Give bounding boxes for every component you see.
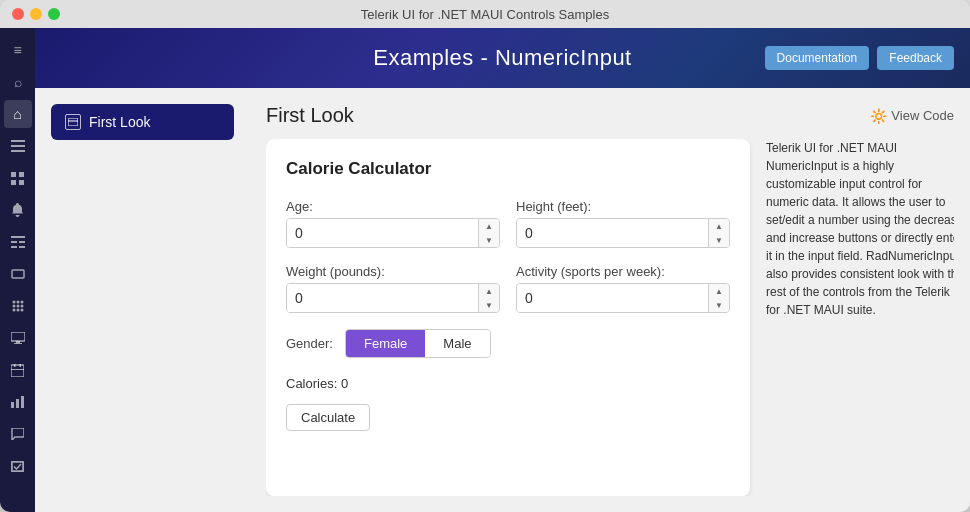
svg-rect-27 <box>20 364 22 367</box>
gender-female-button[interactable]: Female <box>346 330 425 357</box>
weight-input-wrapper: ▲ ▼ <box>286 283 500 313</box>
nav-rect-icon[interactable] <box>4 260 32 288</box>
window-title: Telerik UI for .NET MAUI Controls Sample… <box>361 7 609 22</box>
height-spinner: ▲ ▼ <box>708 219 729 247</box>
gender-row: Gender: Female Male <box>286 329 730 358</box>
svg-rect-23 <box>16 341 20 343</box>
view-code-button[interactable]: 🔆 View Code <box>870 108 954 124</box>
height-field: Height (feet): ▲ ▼ <box>516 199 730 248</box>
svg-rect-26 <box>14 364 16 367</box>
maximize-button[interactable] <box>48 8 60 20</box>
svg-point-21 <box>20 309 23 312</box>
close-button[interactable] <box>12 8 24 20</box>
nav-search-icon[interactable]: ⌕ <box>4 68 32 96</box>
svg-rect-4 <box>19 172 24 177</box>
age-spinner: ▲ ▼ <box>478 219 499 247</box>
nav-dots-icon[interactable] <box>4 292 32 320</box>
svg-rect-31 <box>21 396 24 408</box>
nav-menu-icon[interactable]: ≡ <box>4 36 32 64</box>
description-text: Telerik UI for .NET MAUI NumericInput is… <box>766 141 954 317</box>
age-input[interactable] <box>287 219 478 247</box>
nav-grid-icon[interactable] <box>4 164 32 192</box>
svg-point-13 <box>12 301 15 304</box>
svg-rect-7 <box>11 236 25 238</box>
svg-point-16 <box>12 305 15 308</box>
svg-point-15 <box>20 301 23 304</box>
weight-spinner: ▲ ▼ <box>478 284 499 312</box>
svg-rect-0 <box>11 140 25 142</box>
svg-point-17 <box>16 305 19 308</box>
card-area: Calorie Calculator Age: ▲ ▼ <box>266 139 954 496</box>
main-content: First Look 🔆 View Code Calorie Calculato… <box>250 88 970 512</box>
activity-field: Activity (sports per week): ▲ ▼ <box>516 264 730 313</box>
svg-point-18 <box>20 305 23 308</box>
svg-point-20 <box>16 309 19 312</box>
gender-male-button[interactable]: Male <box>425 330 489 357</box>
svg-rect-2 <box>11 150 25 152</box>
gender-toggle: Female Male <box>345 329 491 358</box>
layout-icon <box>65 114 81 130</box>
svg-rect-24 <box>14 343 22 344</box>
calculator-title: Calorie Calculator <box>286 159 730 179</box>
svg-rect-33 <box>68 118 78 126</box>
traffic-lights <box>12 8 60 20</box>
svg-rect-3 <box>11 172 16 177</box>
svg-rect-11 <box>19 246 25 248</box>
activity-decrement[interactable]: ▼ <box>709 298 729 312</box>
header-buttons: Documentation Feedback <box>765 46 954 70</box>
nav-table-icon[interactable] <box>4 228 32 256</box>
nav-home-icon[interactable]: ⌂ <box>4 100 32 128</box>
height-decrement[interactable]: ▼ <box>709 233 729 247</box>
nav-chat-icon[interactable] <box>4 420 32 448</box>
age-decrement[interactable]: ▼ <box>479 233 499 247</box>
minimize-button[interactable] <box>30 8 42 20</box>
nav-bell-icon[interactable] <box>4 196 32 224</box>
nav-check-icon[interactable] <box>4 452 32 480</box>
svg-rect-32 <box>12 461 24 471</box>
svg-rect-8 <box>11 241 17 243</box>
documentation-button[interactable]: Documentation <box>765 46 870 70</box>
svg-rect-9 <box>19 241 25 243</box>
height-increment[interactable]: ▲ <box>709 219 729 233</box>
activity-increment[interactable]: ▲ <box>709 284 729 298</box>
gender-label: Gender: <box>286 336 333 351</box>
weight-field: Weight (pounds): ▲ ▼ <box>286 264 500 313</box>
activity-input[interactable] <box>517 284 708 312</box>
titlebar: Telerik UI for .NET MAUI Controls Sample… <box>0 0 970 28</box>
nav-list-icon[interactable] <box>4 132 32 160</box>
left-nav: ≡ ⌕ ⌂ <box>0 28 35 512</box>
sidebar-item-first-look[interactable]: First Look <box>51 104 234 140</box>
age-increment[interactable]: ▲ <box>479 219 499 233</box>
sidebar: First Look <box>35 88 250 512</box>
svg-rect-5 <box>11 180 16 185</box>
nav-calendar-icon[interactable] <box>4 356 32 384</box>
age-field: Age: ▲ ▼ <box>286 199 500 248</box>
svg-rect-30 <box>16 399 19 408</box>
header-title: Examples - NumericInput <box>373 45 631 71</box>
calories-row: Calories: 0 <box>286 374 730 392</box>
weight-decrement[interactable]: ▼ <box>479 298 499 312</box>
height-label: Height (feet): <box>516 199 730 214</box>
weight-increment[interactable]: ▲ <box>479 284 499 298</box>
activity-label: Activity (sports per week): <box>516 264 730 279</box>
weight-input[interactable] <box>287 284 478 312</box>
activity-spinner: ▲ ▼ <box>708 284 729 312</box>
age-input-wrapper: ▲ ▼ <box>286 218 500 248</box>
activity-input-wrapper: ▲ ▼ <box>516 283 730 313</box>
height-input[interactable] <box>517 219 708 247</box>
age-label: Age: <box>286 199 500 214</box>
svg-rect-6 <box>19 180 24 185</box>
sidebar-item-label: First Look <box>89 114 150 130</box>
svg-rect-22 <box>11 332 25 341</box>
calculate-button[interactable]: Calculate <box>286 404 370 431</box>
feedback-button[interactable]: Feedback <box>877 46 954 70</box>
calories-display: Calories: 0 <box>286 376 348 391</box>
nav-chart-icon[interactable] <box>4 388 32 416</box>
weight-label: Weight (pounds): <box>286 264 500 279</box>
calculator-card: Calorie Calculator Age: ▲ ▼ <box>266 139 750 496</box>
svg-rect-12 <box>12 270 24 278</box>
svg-rect-25 <box>11 365 24 377</box>
nav-monitor-icon[interactable] <box>4 324 32 352</box>
svg-point-19 <box>12 309 15 312</box>
svg-rect-1 <box>11 145 25 147</box>
